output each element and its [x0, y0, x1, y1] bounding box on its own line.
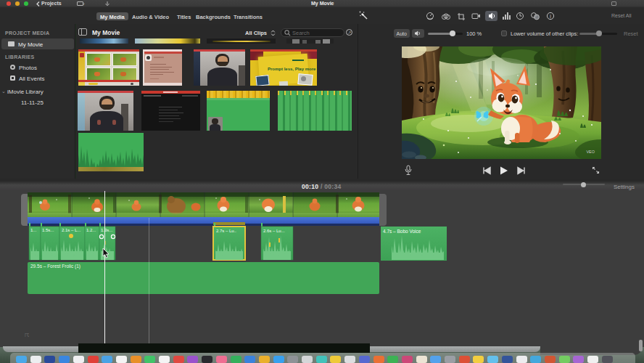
svg-text:1...: 1... — [30, 228, 37, 232]
svg-text:1.2...: 1.2... — [86, 228, 96, 232]
svg-text:1.5s...: 1.5s... — [42, 228, 54, 232]
svg-text:2.6s – Lu...: 2.6s – Lu... — [263, 229, 285, 233]
svg-text:2.7s – Lu..: 2.7s – Lu.. — [216, 229, 236, 233]
svg-text:i: i — [550, 13, 551, 20]
svg-text:4.7s – Bobo Voice: 4.7s – Bobo Voice — [383, 229, 421, 234]
svg-text:VEO: VEO — [586, 150, 595, 154]
svg-text:1.3s...: 1.3s... — [101, 228, 113, 232]
svg-text:2.1s – L...: 2.1s – L... — [62, 228, 81, 232]
